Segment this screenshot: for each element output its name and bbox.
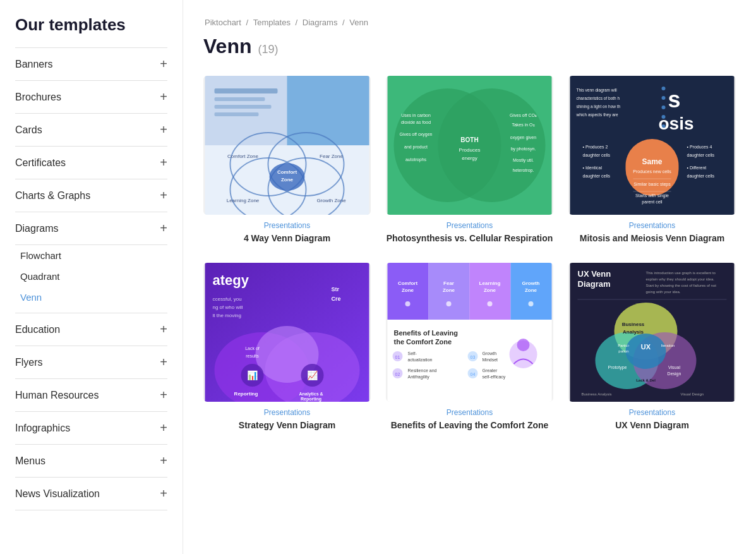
svg-text:self-efficacy: self-efficacy [483,375,506,380]
sidebar-item-label: Diagrams [15,223,58,234]
svg-text:Business Analysis: Business Analysis [582,392,612,396]
template-category-4: Presentations [203,408,371,417]
sidebar-item-label: Flyers [15,357,43,368]
svg-text:Visual: Visual [668,365,680,370]
svg-text:Iteration: Iteration [661,344,675,347]
svg-text:Zone: Zone [443,287,455,293]
template-card-2[interactable]: Uses in carbon dioxide as food Gives off… [386,76,553,245]
template-card-3[interactable]: s osis This venn diagram will characteri… [568,76,736,245]
svg-text:Takes in O₂: Takes in O₂ [512,123,534,127]
plus-icon: + [160,421,167,435]
svg-text:Comfort: Comfort [398,280,417,286]
plus-icon: + [160,90,167,104]
svg-text:Growth: Growth [483,351,497,356]
template-category-1: Presentations [203,221,371,230]
template-name-3: Mitosis and Meiosis Venn Diagram [568,232,736,245]
subitem-quadrant[interactable]: Quadrant [15,266,167,287]
sidebar-item-label: Infographics [15,423,70,434]
sidebar-item-cards[interactable]: Cards + [15,113,167,146]
sidebar-item-menus[interactable]: Menus + [15,444,167,477]
svg-text:Similar basic steps: Similar basic steps [633,182,671,187]
svg-point-119 [517,339,530,351]
sidebar-item-banners[interactable]: Banners + [15,47,167,80]
svg-text:This venn diagram will: This venn diagram will [577,88,618,93]
subitem-flowchart[interactable]: Flowchart [15,245,167,266]
svg-text:shining a light on how th: shining a light on how th [577,104,621,109]
breadcrumb-diagrams[interactable]: Diagrams [303,18,338,27]
breadcrumb-piktochart[interactable]: Piktochart [205,18,241,27]
svg-text:Resilience and: Resilience and [408,368,437,373]
svg-text:01: 01 [395,355,400,359]
svg-text:Reporting: Reporting [234,391,258,397]
sidebar-item-diagrams[interactable]: Diagrams + [15,212,167,244]
sidebar-title: Our templates [15,15,167,35]
svg-point-98 [529,301,534,306]
svg-text:Reporting: Reporting [301,397,321,402]
svg-text:Lack & Del: Lack & Del [636,378,656,382]
svg-text:Benefits of Leaving: Benefits of Leaving [394,329,458,337]
svg-point-97 [488,301,493,306]
svg-point-96 [447,301,452,306]
page-header: Venn (19) [203,35,736,58]
breadcrumb: Piktochart / Templates / Diagrams / Venn [203,18,736,27]
svg-text:Starts with single: Starts with single [635,193,669,198]
template-card-1[interactable]: Comfort Zone Comfort Zone Fear Zone Lear… [203,76,371,245]
svg-text:Comfort: Comfort [277,169,297,175]
svg-text:pation: pation [618,349,628,353]
svg-text:which aspects they are: which aspects they are [576,112,619,117]
svg-text:osis: osis [659,114,694,133]
sidebar-item-certificates[interactable]: Certificates + [15,146,167,179]
sidebar-item-human-resources[interactable]: Human Resources + [15,378,167,411]
breadcrumb-templates[interactable]: Templates [253,18,291,27]
svg-text:results: results [246,354,259,358]
sidebar-item-charts-graphs[interactable]: Charts & Graphs + [15,179,167,212]
svg-text:ategy: ategy [213,272,249,288]
template-thumb-1: Comfort Zone Comfort Zone Fear Zone Lear… [203,76,371,215]
svg-text:• Produces 2: • Produces 2 [583,145,608,149]
svg-text:ng of who will: ng of who will [213,304,243,310]
svg-text:Analytics &: Analytics & [299,392,323,397]
plus-icon: + [160,388,167,402]
template-name-5: Benefits of Leaving the Comfort Zone [386,419,553,432]
svg-text:Antifragility: Antifragility [408,375,430,380]
svg-rect-6 [215,112,259,116]
sidebar-item-diagrams-container: Diagrams + Flowchart Quadrant Venn [15,212,167,313]
breadcrumb-venn: Venn [349,18,368,27]
main-content: Piktochart / Templates / Diagrams / Venn… [183,0,756,554]
svg-rect-5 [215,105,272,109]
breadcrumb-sep3: / [342,18,347,27]
svg-point-95 [405,301,411,306]
template-card-6[interactable]: UX Venn Diagram This introduction use gr… [568,263,736,432]
svg-text:Str: Str [332,286,340,292]
sidebar-item-education[interactable]: Education + [15,313,167,346]
plus-icon: + [160,188,167,203]
sidebar-item-label: Menus [15,455,45,467]
subitem-venn[interactable]: Venn [15,287,167,308]
sidebar-item-news-visualization[interactable]: News Visualization + [15,477,167,510]
sidebar-item-label: Human Resources [15,390,99,401]
svg-text:Produces: Produces [459,147,481,153]
template-thumb-4: ategy ccessful, you ng of who will lt th… [203,263,371,402]
svg-text:dioxide as food: dioxide as food [401,120,431,124]
svg-text:ccessful, you: ccessful, you [213,296,242,302]
svg-text:Zone: Zone [484,287,496,293]
sidebar-item-flyers[interactable]: Flyers + [15,346,167,378]
template-name-6: UX Venn Diagram [568,419,736,432]
svg-point-36 [662,87,666,90]
svg-text:and product: and product [404,145,428,150]
svg-point-38 [662,105,666,109]
svg-text:BOTH: BOTH [460,136,478,143]
template-name-2: Photosynthesis vs. Cellular Respiration [386,232,553,245]
svg-text:oxygen given: oxygen given [510,135,536,140]
sidebar-item-brochures[interactable]: Brochures + [15,80,167,113]
template-thumb-6: UX Venn Diagram This introduction use gr… [568,263,736,402]
svg-text:Learning: Learning [479,280,501,286]
sidebar-item-label: News Visualization [15,488,100,500]
template-thumb-5: Comfort Zone Fear Zone Learning Zone Gro… [386,263,553,402]
template-card-4[interactable]: ategy ccessful, you ng of who will lt th… [203,263,371,432]
svg-text:Partici-: Partici- [618,344,630,347]
plus-icon: + [160,155,167,170]
sidebar-item-infographics[interactable]: Infographics + [15,411,167,444]
svg-text:explain why they should adopt : explain why they should adopt your idea. [646,277,715,281]
template-card-5[interactable]: Comfort Zone Fear Zone Learning Zone Gro… [386,263,553,432]
